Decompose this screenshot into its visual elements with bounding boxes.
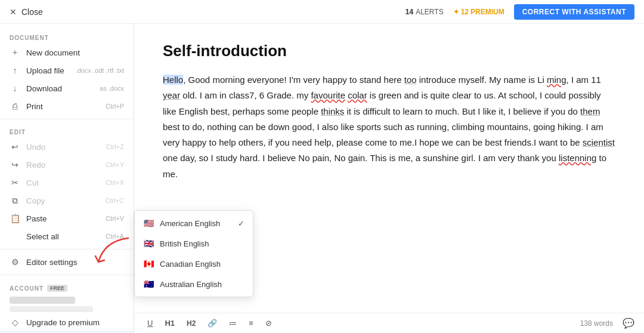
top-bar: ✕ Close 14 ALERTS ✦ 12 PREMIUM CORRECT W… bbox=[0, 0, 644, 24]
settings-icon: ⚙ bbox=[10, 257, 20, 267]
download-label: Download bbox=[26, 84, 100, 93]
undo-icon: ↩ bbox=[10, 141, 20, 152]
redo-icon: ↪ bbox=[10, 159, 20, 170]
word-favourite: favourite bbox=[311, 90, 345, 100]
alerts-badge: 14 ALERTS bbox=[405, 8, 444, 16]
document-title: Self-introduction bbox=[163, 42, 615, 60]
word-listenning: listenning bbox=[559, 153, 596, 163]
alerts-label: ALERTS bbox=[416, 8, 443, 16]
free-badge: FREE bbox=[47, 285, 67, 292]
editor-toolbar: U H1 H2 🔗 ≔ ≡ ⊘ 138 words 💬 bbox=[134, 313, 644, 333]
toolbar-ordered-list-button[interactable]: ≔ bbox=[225, 317, 240, 329]
australian-flag-icon: 🇦🇺 bbox=[143, 279, 154, 289]
american-english-label: American English bbox=[160, 219, 220, 228]
paste-shortcut: Ctrl+V bbox=[106, 215, 124, 222]
canadian-english-label: Canadian English bbox=[160, 260, 221, 269]
lang-option-american[interactable]: 🇺🇸 American English ✓ bbox=[135, 213, 253, 233]
premium-label: PREMIUM bbox=[470, 8, 504, 16]
word-year: year bbox=[163, 90, 180, 100]
new-document-label: New document bbox=[26, 48, 124, 57]
british-flag-icon: 🇬🇧 bbox=[143, 238, 154, 249]
lang-option-british[interactable]: 🇬🇧 British English bbox=[135, 233, 253, 254]
sidebar: DOCUMENT ＋ New document ↑ Upload file .d… bbox=[0, 24, 134, 333]
word-ming: ming bbox=[547, 75, 566, 85]
sidebar-item-upgrade[interactable]: ◇ Upgrade to premium bbox=[0, 313, 134, 331]
print-label: Print bbox=[26, 102, 106, 111]
arrow-annotation bbox=[92, 235, 134, 273]
sidebar-item-upload-file[interactable]: ↑ Upload file .docx .odt .rtf .txt bbox=[0, 61, 134, 79]
print-shortcut: Ctrl+P bbox=[106, 103, 124, 110]
sidebar-item-print[interactable]: ⎙ Print Ctrl+P bbox=[0, 97, 134, 115]
lang-option-australian[interactable]: 🇦🇺 Australian English bbox=[135, 274, 253, 294]
paste-icon: 📋 bbox=[10, 213, 20, 224]
diamond-icon: ◇ bbox=[10, 317, 20, 328]
close-button[interactable]: ✕ Close bbox=[10, 7, 43, 17]
redo-label: Redo bbox=[26, 161, 106, 169]
toolbar-h2-button[interactable]: H2 bbox=[183, 317, 199, 329]
feedback-icon[interactable]: 💬 bbox=[623, 317, 634, 329]
divider-3 bbox=[0, 275, 134, 275]
australian-english-label: Australian English bbox=[160, 280, 222, 289]
copy-label: Copy bbox=[26, 196, 106, 205]
new-document-icon: ＋ bbox=[10, 47, 20, 58]
upload-label: Upload file bbox=[26, 66, 76, 75]
word-hello: Hello bbox=[163, 75, 183, 85]
correct-with-assistant-button[interactable]: CORRECT WITH ASSISTANT bbox=[514, 4, 634, 20]
word-scientist: scientist bbox=[583, 137, 615, 147]
word-too: too bbox=[404, 75, 417, 85]
main-layout: DOCUMENT ＋ New document ↑ Upload file .d… bbox=[0, 0, 644, 333]
download-icon: ↓ bbox=[10, 83, 20, 94]
sidebar-item-new-document[interactable]: ＋ New document bbox=[0, 44, 134, 61]
toolbar-h1-button[interactable]: H1 bbox=[161, 317, 178, 329]
copy-icon: ⧉ bbox=[10, 195, 20, 206]
sidebar-item-download[interactable]: ↓ Download as .docx bbox=[0, 79, 134, 97]
language-dropdown: 🇺🇸 American English ✓ 🇬🇧 British English… bbox=[134, 210, 253, 297]
close-x-icon: ✕ bbox=[10, 7, 17, 17]
copy-shortcut: Ctrl+C bbox=[106, 197, 124, 204]
toolbar-clear-button[interactable]: ⊘ bbox=[262, 317, 275, 329]
redo-shortcut: Ctrl+Y bbox=[106, 161, 124, 168]
canadian-flag-icon: 🇨🇦 bbox=[143, 258, 154, 269]
british-english-label: British English bbox=[160, 239, 209, 248]
sidebar-item-undo[interactable]: ↩ Undo Ctrl+Z bbox=[0, 138, 134, 156]
undo-label: Undo bbox=[26, 143, 106, 152]
cut-label: Cut bbox=[26, 178, 106, 187]
select-all-icon bbox=[10, 231, 20, 242]
sidebar-item-redo[interactable]: ↪ Redo Ctrl+Y bbox=[0, 156, 134, 174]
alerts-count: 14 bbox=[405, 8, 413, 16]
word-count: 138 words bbox=[580, 319, 613, 328]
upload-icon: ↑ bbox=[10, 65, 20, 76]
word-thinks: thinks bbox=[321, 106, 344, 116]
word-them: them bbox=[580, 106, 600, 116]
cut-icon: ✂ bbox=[10, 177, 20, 188]
arrow-svg bbox=[92, 235, 134, 271]
sidebar-item-cut[interactable]: ✂ Cut Ctrl+X bbox=[0, 174, 134, 192]
account-email-bar bbox=[10, 306, 93, 312]
account-name-bar bbox=[10, 297, 75, 304]
toolbar-unordered-list-button[interactable]: ≡ bbox=[245, 317, 257, 329]
undo-shortcut: Ctrl+Z bbox=[106, 143, 124, 150]
print-icon: ⎙ bbox=[10, 101, 20, 112]
toolbar-link-button[interactable]: 🔗 bbox=[204, 317, 221, 329]
american-flag-icon: 🇺🇸 bbox=[143, 218, 154, 229]
account-name-row bbox=[0, 294, 134, 313]
lang-option-canadian[interactable]: 🇨🇦 Canadian English bbox=[135, 254, 253, 274]
account-text: ACCOUNT bbox=[10, 285, 44, 292]
document-body[interactable]: Hello, Good morning everyone! I'm very h… bbox=[163, 72, 615, 182]
american-check-icon: ✓ bbox=[238, 219, 244, 228]
section-document-label: DOCUMENT bbox=[0, 29, 134, 44]
paste-label: Paste bbox=[26, 214, 106, 223]
section-account-label: ACCOUNT FREE bbox=[0, 279, 134, 294]
premium-badge: ✦ 12 PREMIUM bbox=[453, 8, 504, 16]
top-bar-right: 14 ALERTS ✦ 12 PREMIUM CORRECT WITH ASSI… bbox=[405, 4, 634, 20]
sidebar-item-paste[interactable]: 📋 Paste Ctrl+V bbox=[0, 209, 134, 227]
upload-shortcut: .docx .odt .rtf .txt bbox=[76, 67, 124, 74]
close-label: Close bbox=[21, 7, 43, 17]
toolbar-underline-button[interactable]: U bbox=[144, 317, 156, 329]
word-colar: colar bbox=[348, 90, 367, 100]
upgrade-label: Upgrade to premium bbox=[26, 318, 124, 327]
download-shortcut: as .docx bbox=[100, 85, 124, 92]
sidebar-item-copy[interactable]: ⧉ Copy Ctrl+C bbox=[0, 192, 134, 209]
cut-shortcut: Ctrl+X bbox=[106, 179, 124, 186]
divider-1 bbox=[0, 119, 134, 119]
